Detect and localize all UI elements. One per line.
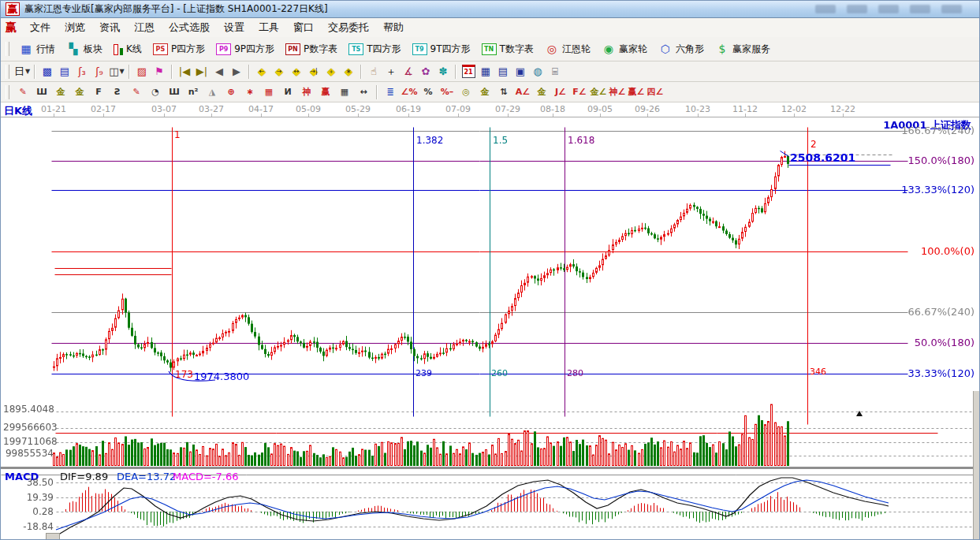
j-angle-tool[interactable]: J∠ [551, 84, 570, 100]
starburst-tool[interactable]: ∗ [240, 84, 259, 100]
a-angle-tool[interactable]: A∠ [513, 84, 532, 100]
toolbar-gripper[interactable] [6, 42, 9, 56]
t-square[interactable]: TST四方形 [343, 43, 406, 56]
window-grid-icon[interactable]: ▩ [39, 64, 56, 80]
percent-tool[interactable]: % [419, 84, 438, 100]
comb-tool-2[interactable]: Ш [165, 84, 184, 100]
grid-123-tool[interactable]: ▦ [335, 84, 354, 100]
next-icon[interactable]: ▶ [228, 64, 245, 80]
gold-comb-tool-3[interactable]: 金 [532, 84, 551, 100]
diamond-left-icon[interactable]: ◆← [253, 64, 270, 80]
9t-square-icon: T9 [412, 43, 427, 55]
sort-tool[interactable]: ⇅ [494, 84, 513, 100]
calculator-icon[interactable]: ▦ [477, 64, 494, 80]
menu-item-6[interactable]: 设置 [217, 21, 252, 33]
gann-wheel[interactable]: ◎江恩轮 [539, 43, 596, 56]
p-number-table[interactable]: PNP数字表 [280, 43, 343, 56]
market-quotes[interactable]: ▦行情 [13, 43, 61, 56]
title-bar[interactable]: 赢 赢家江恩专业版[赢家内部服务平台] - [上证指数 SH1A0001-227… [1, 1, 979, 18]
report-icon[interactable]: ▤ [494, 64, 512, 80]
vertical-scrollbar[interactable] [973, 391, 979, 540]
winner-service[interactable]: $赢家服务 [710, 43, 776, 56]
notes-icon[interactable]: ▤ [56, 64, 73, 80]
circle-cross-tool[interactable]: ⊕ [222, 84, 240, 100]
candle-style-dropdown[interactable]: ◫▼ [108, 64, 125, 80]
menu-item-10[interactable]: 帮助 [376, 21, 411, 33]
diamond-star-icon[interactable]: ◆∗ [340, 64, 357, 80]
period-selector[interactable]: 日▼ [13, 64, 31, 80]
gold-comb-tool-2[interactable]: 金 [70, 84, 89, 100]
menu-item-9[interactable]: 交易委托 [321, 21, 376, 33]
save-icon[interactable]: ▣ [512, 64, 529, 80]
menu-item-3[interactable]: 资讯 [92, 21, 127, 33]
n-mirror-tool[interactable]: И [278, 84, 297, 100]
toolbar-gripper[interactable] [6, 85, 9, 99]
ying-comb-tool[interactable]: 赢 [316, 84, 335, 100]
n-squared-tool[interactable]: n² [184, 84, 203, 100]
p-square[interactable]: PSP四方形 [147, 43, 211, 56]
chart-9-icon[interactable]: ʃ₉ [91, 64, 108, 80]
skip-start-icon[interactable]: |◀ [176, 64, 193, 80]
diamond-right-icon[interactable]: ◆→ [270, 64, 288, 80]
f-angle-tool[interactable]: F∠ [570, 84, 589, 100]
diamond-compress-icon[interactable]: ◆→| [305, 64, 322, 80]
diamond-cross-icon[interactable]: ◆＋ [322, 64, 340, 80]
f-comb-tool[interactable]: F [89, 84, 108, 100]
gold-circle-tool[interactable]: ◎ [456, 84, 475, 100]
percent-line-tool[interactable]: %– [438, 84, 456, 100]
angle-percent-tool[interactable]: ∠% [400, 84, 419, 100]
levels-tool[interactable]: ≣ [381, 84, 400, 100]
web-icon[interactable]: ◍ [529, 64, 546, 80]
gold-line-tool[interactable]: 金 [475, 84, 494, 100]
9p-square-icon: P9 [216, 43, 231, 55]
comb-tool[interactable]: Ш [32, 84, 51, 100]
t-number-table[interactable]: TNT数字表 [476, 43, 539, 56]
gann-clock-tool[interactable]: ◔ [146, 84, 165, 100]
chart-annotation: 173 [175, 369, 193, 380]
shen-comb-tool[interactable]: 神 [297, 84, 316, 100]
si-angle-tool[interactable]: 四∠ [646, 84, 665, 100]
pattern-icon[interactable]: ▨ [133, 64, 151, 80]
calendar-icon[interactable]: 21 [460, 64, 477, 80]
9p-square[interactable]: P99P四方形 [211, 43, 280, 56]
price-chart-canvas[interactable] [1, 117, 980, 467]
skip-end-icon[interactable]: ▶| [193, 64, 211, 80]
hexagon[interactable]: ⬡六角形 [653, 43, 710, 56]
diamond-expand-icon[interactable]: ◆↔ [288, 64, 305, 80]
crosshair-tool[interactable]: ＋ [382, 64, 400, 80]
menu-item-2[interactable]: 浏览 [58, 21, 92, 33]
gold-comb-tool[interactable]: 金 [51, 84, 70, 100]
volume-axis-label: 1895.4048 [3, 404, 54, 415]
9t-square[interactable]: T99T四方形 [407, 43, 476, 56]
chart-3-icon[interactable]: ʃ₃ [73, 64, 91, 80]
winner-wheel[interactable]: ◉赢家轮 [596, 43, 653, 56]
hand-tool[interactable]: ☝ [365, 64, 382, 80]
flag-icon[interactable]: ⚑ [151, 64, 168, 80]
angle-mirror-tool[interactable]: ◮ [203, 84, 222, 100]
s-curve-tool[interactable]: Ƨ [108, 84, 127, 100]
formula-tool[interactable]: ✽ [434, 64, 452, 80]
h-span-tool[interactable]: ↔ [354, 84, 373, 100]
ribbon-tool[interactable]: ✿ [417, 64, 434, 80]
date-ruler[interactable]: 日K线 01-2102-1703-0703-2704-1705-0905-290… [1, 102, 979, 117]
menu-item-8[interactable]: 窗口 [286, 21, 321, 33]
horizontal-scrollbar-thumb[interactable] [46, 533, 60, 540]
menu-item-7[interactable]: 工具 [252, 21, 286, 33]
ying-angle-tool[interactable]: 赢∠ [627, 84, 646, 100]
sectors[interactable]: ▚板块 [61, 43, 108, 56]
prev-icon[interactable]: ◀ [211, 64, 228, 80]
menu-item-1[interactable]: 文件 [23, 21, 58, 33]
menu-item-4[interactable]: 江恩 [127, 21, 162, 33]
angle-tool[interactable]: ∡ [400, 64, 417, 80]
grid-x-tool[interactable]: ▦ [259, 84, 278, 100]
menu-item-5[interactable]: 公式选股 [162, 21, 217, 33]
p-square-icon: PS [153, 43, 168, 55]
red-pencil-tool[interactable]: ✎ [127, 84, 146, 100]
toolbar-gripper[interactable] [6, 65, 9, 79]
shen-angle-tool[interactable]: 神∠ [608, 84, 627, 100]
gold-angle-tool[interactable]: 金∠ [589, 84, 608, 100]
chart-annotation: 1.5 [493, 135, 508, 146]
print-icon[interactable]: ⌸ [546, 64, 564, 80]
kline[interactable]: K线 [108, 43, 147, 56]
pencil-tool[interactable]: ✎ [13, 84, 32, 100]
